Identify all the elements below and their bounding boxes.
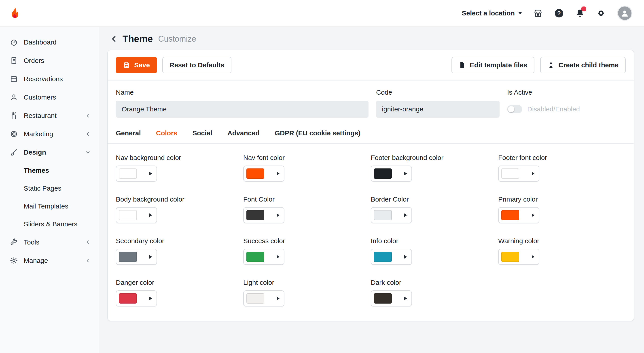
color-field-footer-font: Footer font color [498, 154, 626, 182]
color-field-body-background: Body background color [116, 196, 243, 223]
chevron-right-icon [404, 172, 407, 175]
name-input[interactable] [116, 101, 368, 118]
sidebar-item-marketing[interactable]: Marketing [0, 125, 99, 143]
color-field-label: Info color [371, 237, 498, 245]
color-field-label: Font Color [243, 196, 371, 203]
help-button[interactable]: ? [554, 8, 564, 18]
color-field-label: Secondary color [116, 237, 243, 245]
color-picker-button[interactable] [243, 166, 284, 182]
sidebar-subitem-static-pages[interactable]: Static Pages [0, 179, 99, 197]
sidebar-item-restaurant[interactable]: Restaurant [0, 107, 99, 125]
chevron-right-icon [532, 255, 534, 259]
color-field-nav-font: Nav font color [243, 154, 371, 182]
sidebar-subitem-mail-templates[interactable]: Mail Templates [0, 197, 99, 215]
color-swatch [374, 210, 392, 220]
person-icon [10, 93, 18, 101]
receipt-icon [10, 57, 18, 65]
color-picker-button[interactable] [243, 290, 284, 306]
tab-general[interactable]: General [116, 125, 141, 143]
color-swatch [374, 252, 392, 262]
back-button[interactable] [110, 35, 118, 43]
name-field-group: Name [116, 89, 368, 118]
color-swatch [501, 210, 519, 220]
color-field-footer-background: Footer background color [371, 154, 498, 182]
tab-colors[interactable]: Colors [156, 125, 177, 143]
code-label: Code [376, 89, 500, 96]
app-logo-flame-icon[interactable] [7, 6, 22, 21]
sidebar-item-label: Dashboard [24, 39, 56, 46]
name-label: Name [116, 89, 368, 96]
sidebar-item-orders[interactable]: Orders [0, 52, 99, 70]
is-active-state-label: Disabled/Enabled [527, 105, 580, 113]
topbar: Select a location ? [0, 0, 644, 27]
settings-button[interactable] [596, 8, 606, 18]
sidebar-item-customers[interactable]: Customers [0, 88, 99, 107]
storefront-button[interactable] [533, 8, 543, 18]
color-picker-button[interactable] [243, 249, 284, 265]
color-picker-button[interactable] [243, 207, 284, 223]
chevron-right-icon [532, 213, 534, 217]
sidebar-item-label: Customers [24, 94, 56, 101]
theme-tabs: General Colors Social Advanced GDPR (EU … [108, 122, 634, 144]
save-button[interactable]: Save [116, 57, 157, 73]
color-swatch [501, 252, 519, 262]
create-child-theme-button[interactable]: Create child theme [540, 57, 626, 73]
sidebar-item-tools[interactable]: Tools [0, 233, 99, 251]
reset-defaults-button[interactable]: Reset to Defaults [162, 57, 232, 73]
tab-advanced[interactable]: Advanced [228, 125, 260, 143]
chevron-right-icon [277, 172, 280, 175]
edit-template-files-button[interactable]: Edit template files [452, 57, 534, 73]
color-swatch [246, 252, 264, 262]
reset-label: Reset to Defaults [170, 61, 224, 69]
sidebar-item-label: Restaurant [24, 112, 56, 119]
color-picker-button[interactable] [498, 166, 539, 182]
help-icon: ? [555, 9, 563, 18]
color-picker-button[interactable] [371, 207, 412, 223]
color-picker-button[interactable] [116, 249, 157, 265]
gear-icon [596, 9, 606, 18]
chevron-right-icon [404, 297, 407, 300]
color-picker-button[interactable] [116, 290, 157, 306]
gauge-icon [10, 38, 18, 46]
toggle-knob [508, 106, 514, 112]
sidebar-subitem-sliders-banners[interactable]: Sliders & Banners [0, 215, 99, 233]
chevron-right-icon [149, 297, 152, 300]
main-content: Theme Customize Save Reset to Defaults [99, 27, 644, 353]
chevron-left-icon [85, 113, 91, 119]
color-picker-button[interactable] [371, 166, 412, 182]
color-picker-button[interactable] [371, 249, 412, 265]
code-field-group: Code [376, 89, 500, 118]
color-field-label: Dark color [371, 279, 498, 286]
notifications-button[interactable] [575, 8, 585, 18]
sidebar-item-manage[interactable]: Manage [0, 251, 99, 270]
color-field-label: Light color [243, 279, 371, 286]
user-avatar[interactable] [617, 6, 632, 21]
code-input[interactable] [376, 101, 500, 118]
color-picker-button[interactable] [371, 290, 412, 306]
sidebar-subitem-themes[interactable]: Themes [0, 162, 99, 179]
color-field-label: Footer font color [498, 154, 626, 162]
chevron-right-icon [404, 255, 407, 259]
chevron-left-icon [85, 258, 91, 263]
tab-social[interactable]: Social [192, 125, 212, 143]
sidebar-item-label: Static Pages [24, 185, 61, 192]
color-swatch [246, 168, 264, 179]
tab-gdpr[interactable]: GDPR (EU cookie settings) [275, 125, 360, 143]
color-field-border: Border Color [371, 196, 498, 223]
location-selector[interactable]: Select a location [462, 10, 522, 17]
color-field-light: Light color [243, 279, 371, 306]
sidebar-item-design[interactable]: Design [0, 143, 99, 162]
color-picker-button[interactable] [116, 166, 157, 182]
sidebar-item-reservations[interactable]: Reservations [0, 70, 99, 88]
colors-tab-content: Nav background color Nav font color Foot… [108, 144, 634, 321]
color-picker-button[interactable] [498, 207, 539, 223]
color-swatch [501, 168, 519, 179]
color-picker-button[interactable] [498, 249, 539, 265]
color-picker-button[interactable] [116, 207, 157, 223]
is-active-toggle[interactable] [507, 105, 522, 113]
utensils-icon [10, 112, 18, 120]
sidebar-item-dashboard[interactable]: Dashboard [0, 33, 99, 52]
chevron-down-icon [518, 12, 522, 14]
color-field-label: Border Color [371, 196, 498, 203]
is-active-toggle-row: Disabled/Enabled [507, 101, 626, 118]
